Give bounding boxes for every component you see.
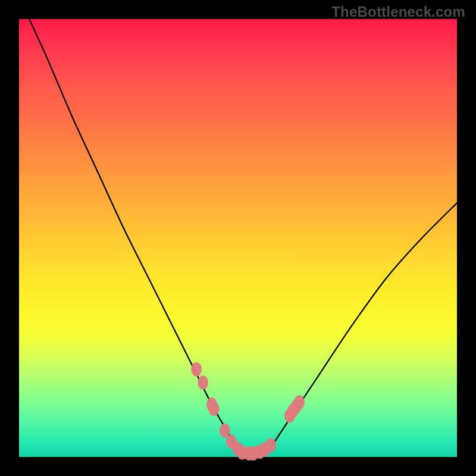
data-marker (191, 362, 202, 377)
chart-frame: TheBottleneck.com (0, 0, 476, 476)
data-marker (265, 438, 276, 452)
data-marker (294, 395, 305, 409)
chart-svg (19, 19, 457, 457)
bottleneck-curve (19, 0, 457, 455)
watermark-text: TheBottleneck.com (331, 4, 465, 20)
marker-group (191, 362, 305, 461)
data-marker (198, 375, 208, 390)
plot-area (19, 19, 457, 457)
data-marker (209, 402, 220, 416)
